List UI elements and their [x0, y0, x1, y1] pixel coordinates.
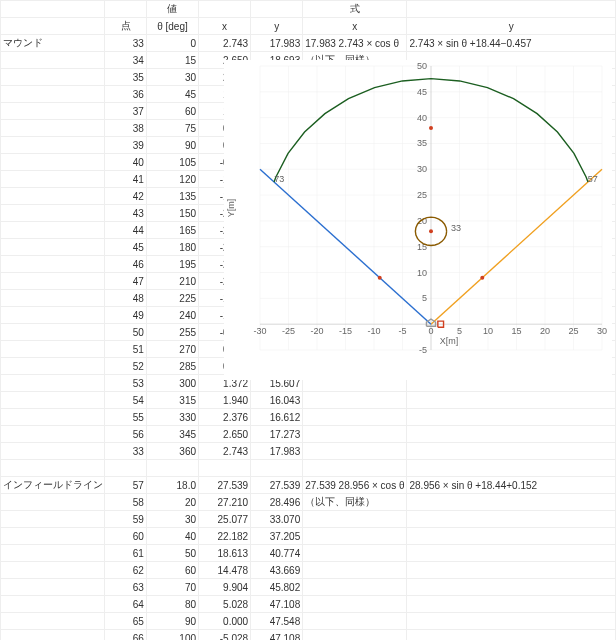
section-label [1, 392, 105, 409]
formula-y [407, 443, 616, 460]
point-id: 38 [105, 120, 147, 137]
y-val: 45.802 [251, 579, 303, 596]
theta-val: 285 [146, 358, 198, 375]
theta-val: 135 [146, 188, 198, 205]
svg-text:20: 20 [417, 216, 427, 226]
formula-y [407, 630, 616, 641]
point-id: 65 [105, 613, 147, 630]
theta-val: 330 [146, 409, 198, 426]
y-val: 17.983 [251, 443, 303, 460]
markers-pt [429, 229, 433, 233]
point-id: 60 [105, 528, 147, 545]
section-label [1, 307, 105, 324]
formula-y: 28.956 × sin θ +18.44+0.152 [407, 477, 616, 494]
formula-y [407, 426, 616, 443]
cell [407, 1, 616, 18]
point-id: 34 [105, 52, 147, 69]
formula-note [303, 596, 407, 613]
point-id: 49 [105, 307, 147, 324]
x-val: 25.077 [199, 511, 251, 528]
section-label [1, 579, 105, 596]
section-label: マウンド [1, 35, 105, 52]
section-label [1, 103, 105, 120]
point-id: 33 [105, 443, 147, 460]
cell [1, 18, 105, 35]
formula-y [407, 596, 616, 613]
svg-text:0: 0 [428, 326, 433, 336]
formula-note [303, 443, 407, 460]
theta-val: 195 [146, 256, 198, 273]
y-val: 17.983 [251, 35, 303, 52]
point-id: 50 [105, 324, 147, 341]
theta-val: 225 [146, 290, 198, 307]
chart-label: 57 [588, 174, 598, 184]
theta-val: 105 [146, 154, 198, 171]
markers-pt [429, 126, 433, 130]
point-id: 59 [105, 511, 147, 528]
formula-y [407, 545, 616, 562]
formula-note [303, 562, 407, 579]
svg-text:20: 20 [540, 326, 550, 336]
y-val: 47.548 [251, 613, 303, 630]
theta-val: 60 [146, 103, 198, 120]
theta-val: 70 [146, 579, 198, 596]
section-label [1, 290, 105, 307]
theta-val: 30 [146, 511, 198, 528]
y-val: 47.108 [251, 596, 303, 613]
section-label [1, 494, 105, 511]
y-val: 27.539 [251, 477, 303, 494]
point-id: 36 [105, 86, 147, 103]
svg-text:25: 25 [568, 326, 578, 336]
section-label [1, 426, 105, 443]
formula-y [407, 511, 616, 528]
theta-val: 90 [146, 137, 198, 154]
x-val: 2.650 [199, 426, 251, 443]
formula-note: （以下、同様） [303, 494, 407, 511]
svg-text:15: 15 [511, 326, 521, 336]
cell [1, 1, 105, 18]
y-val: 37.205 [251, 528, 303, 545]
point-id: 46 [105, 256, 147, 273]
point-id: 58 [105, 494, 147, 511]
section-label [1, 358, 105, 375]
formula-note [303, 426, 407, 443]
svg-text:40: 40 [417, 113, 427, 123]
cell [407, 460, 616, 477]
header-x: x [199, 18, 251, 35]
section-label [1, 52, 105, 69]
point-id: 56 [105, 426, 147, 443]
section-label [1, 443, 105, 460]
svg-text:35: 35 [417, 138, 427, 148]
section-label [1, 511, 105, 528]
header-fx: x [303, 18, 407, 35]
section-label [1, 205, 105, 222]
markers-pt [480, 276, 484, 280]
section-label [1, 562, 105, 579]
formula-note [303, 579, 407, 596]
section-label [1, 86, 105, 103]
point-id: 45 [105, 239, 147, 256]
point-id: 39 [105, 137, 147, 154]
svg-text:5: 5 [457, 326, 462, 336]
theta-val: 40 [146, 528, 198, 545]
svg-text:10: 10 [483, 326, 493, 336]
svg-text:10: 10 [417, 268, 427, 278]
x-val: 1.940 [199, 392, 251, 409]
formula-note [303, 613, 407, 630]
y-val: 40.774 [251, 545, 303, 562]
formula-y [407, 562, 616, 579]
formula-y [407, 579, 616, 596]
header-value: 値 [146, 1, 198, 18]
point-id: 55 [105, 409, 147, 426]
svg-text:30: 30 [417, 164, 427, 174]
svg-text:X[m]: X[m] [440, 336, 459, 346]
svg-text:-30: -30 [253, 326, 266, 336]
theta-val: 20 [146, 494, 198, 511]
cell [146, 460, 198, 477]
theta-val: 165 [146, 222, 198, 239]
formula-note [303, 511, 407, 528]
theta-val: 210 [146, 273, 198, 290]
theta-val: 0 [146, 35, 198, 52]
point-id: 42 [105, 188, 147, 205]
section-label [1, 341, 105, 358]
